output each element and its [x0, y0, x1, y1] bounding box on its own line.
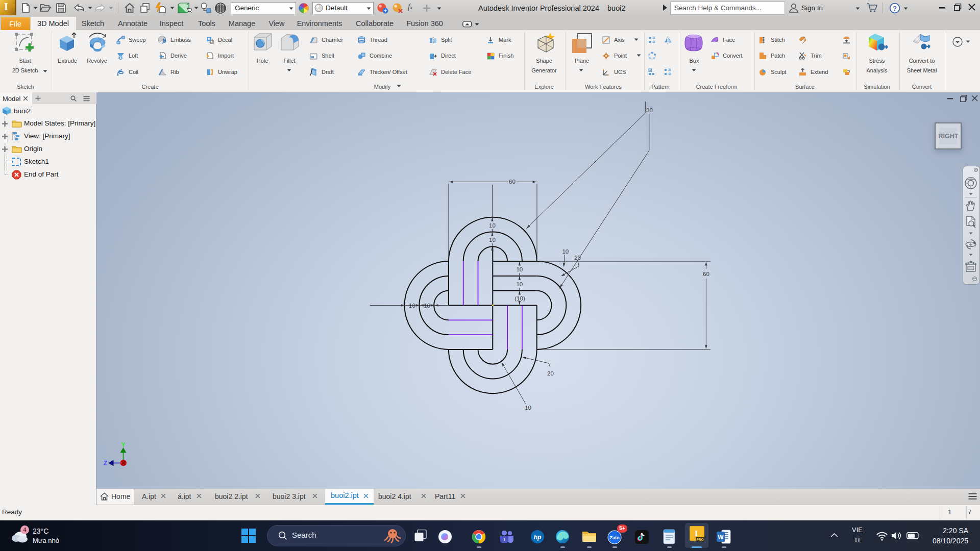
svg-text:E: E	[163, 38, 166, 43]
svg-text:10: 10	[409, 303, 415, 309]
svg-text:60: 60	[509, 179, 516, 185]
svg-text:30: 30	[646, 107, 653, 113]
svg-text:W: W	[718, 534, 724, 541]
svg-text:10: 10	[489, 222, 496, 229]
svg-text:60: 60	[703, 271, 709, 277]
svg-text:I: I	[695, 529, 698, 538]
svg-text:?: ?	[893, 5, 897, 12]
svg-text:Zalo: Zalo	[609, 535, 620, 540]
svg-text:PRO: PRO	[696, 538, 703, 541]
svg-text:hp: hp	[534, 534, 542, 541]
svg-text:T: T	[503, 537, 506, 542]
svg-text:20: 20	[574, 255, 581, 261]
svg-text:10: 10	[562, 248, 569, 255]
svg-text:10: 10	[516, 281, 523, 287]
svg-text:20: 20	[547, 370, 554, 377]
svg-text:10: 10	[489, 237, 496, 243]
svg-text:10: 10	[424, 303, 430, 309]
svg-text:Z: Z	[104, 460, 107, 467]
svg-text:10: 10	[516, 266, 523, 272]
svg-text:(10): (10)	[514, 295, 525, 302]
svg-text:10: 10	[525, 405, 531, 411]
svg-text:Y: Y	[121, 441, 125, 448]
